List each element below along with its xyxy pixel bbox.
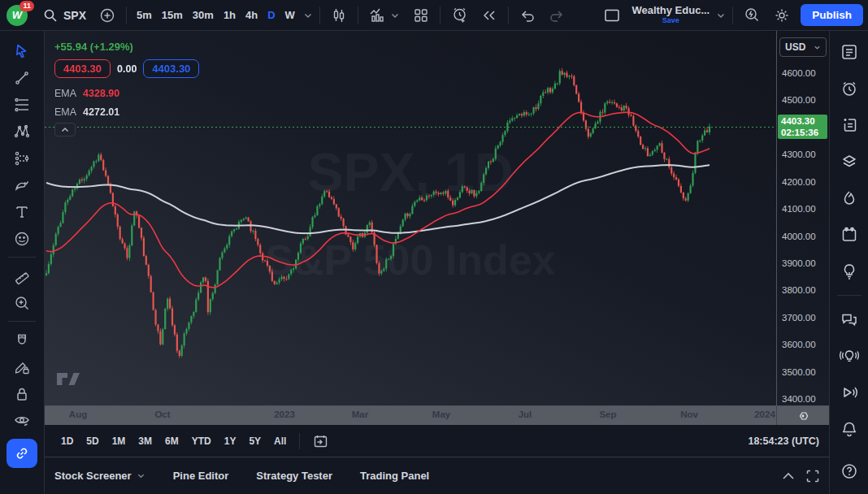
help-button[interactable] xyxy=(835,457,864,486)
last-price-value: 4403.30 xyxy=(781,115,824,127)
buy-price-button[interactable]: 4403.30 xyxy=(143,59,199,78)
compare-add-button[interactable] xyxy=(93,4,121,27)
fib-retracement-tool[interactable] xyxy=(7,91,37,118)
chevron-down-icon xyxy=(716,11,726,20)
sell-price-button[interactable]: 4403.30 xyxy=(54,59,111,78)
price-change-text: +55.94 (+1.29%) xyxy=(54,41,199,53)
notifications-button[interactable] xyxy=(835,414,864,444)
layout-name-button[interactable]: Wealthy Educ... Save xyxy=(628,4,713,27)
measure-tool[interactable] xyxy=(7,262,37,289)
sidebar-divider xyxy=(837,295,861,296)
price-tick-4200.00: 4200.00 xyxy=(782,176,816,188)
range-ytd[interactable]: YTD xyxy=(185,431,218,451)
chevron-down-icon xyxy=(137,471,145,480)
interval-d[interactable]: D xyxy=(263,6,280,24)
hotlists-button[interactable] xyxy=(835,184,864,213)
interval-menu-button[interactable] xyxy=(302,7,315,24)
layout-grid-button[interactable] xyxy=(407,4,435,27)
cursor-tool[interactable] xyxy=(7,37,37,64)
ideas-button[interactable] xyxy=(835,257,864,286)
undo-button[interactable] xyxy=(514,5,541,26)
tab-strategy-tester[interactable]: Strategy Tester xyxy=(256,470,332,482)
indicators-button[interactable] xyxy=(363,4,406,27)
interval-5m[interactable]: 5m xyxy=(132,6,157,24)
indicators-icon xyxy=(369,7,387,24)
tab-pine-editor[interactable]: Pine Editor xyxy=(173,470,229,482)
price-tick-3500.00: 3500.00 xyxy=(782,366,816,378)
tradingview-logo[interactable] xyxy=(56,372,82,392)
tab-stock-screener[interactable]: Stock Screener xyxy=(54,470,145,482)
chart-pane[interactable]: SPX, 1D S&P 500 Index +55.94 (+1.29%) 44… xyxy=(45,31,776,405)
price-axis[interactable]: USD 4600.004500.004300.004200.004100.004… xyxy=(776,31,829,405)
legend-collapse-button[interactable] xyxy=(54,123,76,136)
clock-utc[interactable]: 18:54:23 (UTC) xyxy=(748,436,821,447)
trend-line-tool[interactable] xyxy=(7,64,37,91)
range-1d[interactable]: 1D xyxy=(54,431,80,451)
zoom-in-tool[interactable] xyxy=(7,289,37,316)
notification-badge: 11 xyxy=(20,1,34,11)
watchlist-button[interactable] xyxy=(835,37,864,67)
currency-dropdown[interactable]: USD xyxy=(779,37,827,57)
range-5y[interactable]: 5Y xyxy=(242,431,267,451)
candle-style-button[interactable] xyxy=(325,4,353,27)
account-logo[interactable]: W 11 xyxy=(5,3,33,28)
hide-drawings-tool[interactable] xyxy=(7,407,37,434)
notes-button[interactable] xyxy=(835,110,864,140)
redo-button[interactable] xyxy=(543,5,571,26)
emoji-tool[interactable] xyxy=(7,225,37,252)
magnet-icon xyxy=(13,332,31,349)
live-streams-button[interactable] xyxy=(835,378,864,407)
panel-maximize-button[interactable] xyxy=(806,470,819,483)
chevron-down-icon xyxy=(390,11,400,20)
save-link[interactable]: Save xyxy=(662,15,679,25)
layout-select-button[interactable] xyxy=(597,4,627,27)
indicator-row-0[interactable]: EMA4328.90 xyxy=(54,88,199,99)
layout-menu-button[interactable] xyxy=(714,7,727,24)
interval-4h[interactable]: 4h xyxy=(241,6,263,24)
price-tick-3700.00: 3700.00 xyxy=(782,312,816,323)
price-tick-4000.00: 4000.00 xyxy=(782,231,816,242)
alerts-button[interactable] xyxy=(835,74,864,103)
price-tick-4600.00: 4600.00 xyxy=(782,67,816,79)
settings-button[interactable] xyxy=(768,4,796,27)
prediction-tool[interactable] xyxy=(7,145,37,171)
streams-ideas-button[interactable] xyxy=(835,341,864,370)
go-to-date-button[interactable] xyxy=(306,430,335,453)
indicator-row-1[interactable]: EMA4272.01 xyxy=(54,106,199,118)
stay-in-drawing-mode-tool[interactable] xyxy=(7,353,37,380)
tab-trading-panel[interactable]: Trading Panel xyxy=(360,470,429,482)
quote-row: 4403.30 0.00 4403.30 xyxy=(54,59,199,78)
publish-button[interactable]: Publish xyxy=(801,4,863,26)
range-6m[interactable]: 6M xyxy=(158,431,185,451)
time-axis-labels[interactable]: AugOct2023MarMayJulSepNov2024 xyxy=(45,406,776,425)
calendar-button[interactable] xyxy=(835,220,864,249)
create-alert-button[interactable] xyxy=(445,3,474,27)
text-tool[interactable] xyxy=(7,198,37,225)
last-price-label[interactable]: 4403.30 02:15:36 xyxy=(778,115,827,139)
price-tick-4500.00: 4500.00 xyxy=(782,94,816,106)
panel-expand-button[interactable] xyxy=(782,472,795,480)
chat-button[interactable] xyxy=(835,305,864,334)
bar-replay-button[interactable] xyxy=(475,5,503,26)
alarm-plus-icon xyxy=(451,6,468,24)
grid-icon xyxy=(413,7,429,24)
object-tree-button[interactable] xyxy=(835,147,864,176)
interval-w[interactable]: W xyxy=(280,6,300,24)
pattern-tool[interactable] xyxy=(7,118,37,145)
range-all[interactable]: All xyxy=(267,431,293,451)
brush-tool[interactable] xyxy=(7,171,37,198)
range-3m[interactable]: 3M xyxy=(132,431,158,451)
interval-1h[interactable]: 1h xyxy=(219,6,241,24)
interval-15m[interactable]: 15m xyxy=(157,6,188,24)
symbol-search-button[interactable]: SPX xyxy=(37,5,92,26)
sync-drawings-tool[interactable] xyxy=(7,439,37,468)
axis-settings-button[interactable] xyxy=(776,406,829,425)
price-tick-3600.00: 3600.00 xyxy=(782,339,816,350)
lock-drawings-tool[interactable] xyxy=(7,380,37,407)
interval-30m[interactable]: 30m xyxy=(188,6,219,24)
range-1m[interactable]: 1M xyxy=(106,431,132,451)
range-5d[interactable]: 5D xyxy=(80,431,105,451)
quick-search-button[interactable] xyxy=(738,3,766,27)
magnet-tool[interactable] xyxy=(7,327,37,353)
range-1y[interactable]: 1Y xyxy=(218,431,243,451)
